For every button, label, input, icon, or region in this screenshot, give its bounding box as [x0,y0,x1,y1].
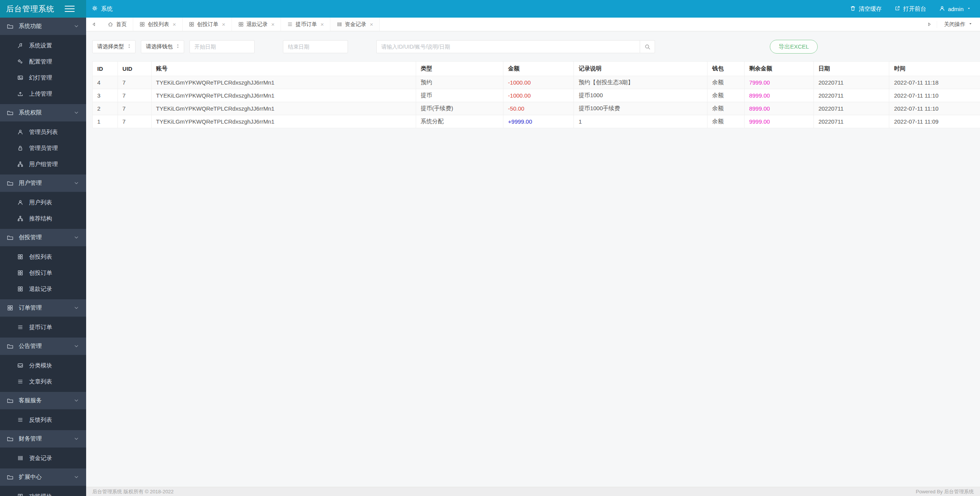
sidebar: 后台管理系统 系统功能系统设置配置管理幻灯管理上传管理系统权限管理员列表管理员管… [0,0,86,496]
sidebar-item-退款记录[interactable]: 退款记录 [0,281,86,297]
menu-group-header[interactable]: 财务管理 [0,430,86,448]
menu-group-header[interactable]: 客服服务 [0,392,86,410]
table-row: 37TYEKiLGmYPKWQReTPLCRdxszghJJ6rrMn1提币-1… [93,89,980,102]
user-menu[interactable]: admin [939,5,972,13]
sidebar-item-资金记录[interactable]: 资金记录 [0,450,86,466]
sidebar-item-label: 管理员管理 [29,145,58,152]
list-icon [17,379,23,385]
search-button[interactable] [640,40,655,53]
sidebar-item-管理员管理[interactable]: 管理员管理 [0,140,86,156]
tab-bar: 首页创投列表×创投订单×退款记录×提币订单×资金记录× 关闭操作 [86,18,980,31]
column-header-time: 时间 [889,62,980,76]
menu-group-header[interactable]: 创投管理 [0,229,86,246]
menu-group-header[interactable]: 订单管理 [0,299,86,317]
chevron-down-icon [74,398,79,403]
sidebar-item-label: 上传管理 [29,90,52,98]
menu-group: 扩展中心功能模块 [0,468,86,496]
grid-icon [17,254,23,260]
logo-bar: 后台管理系统 [0,0,86,18]
sidebar-item-反馈列表[interactable]: 反馈列表 [0,412,86,428]
breadcrumb-system[interactable]: 系统 [91,5,850,13]
sidebar-item-创投订单[interactable]: 创投订单 [0,265,86,281]
start-date-input[interactable] [189,40,255,53]
clear-cache-label: 清空缓存 [859,5,882,13]
close-tab-icon[interactable]: × [222,21,225,28]
menu-group-header[interactable]: 扩展中心 [0,468,86,486]
close-operations-dropdown[interactable]: 关闭操作 [937,21,980,28]
type-select[interactable]: 请选择类型 [92,40,136,53]
menu-group-label: 公告管理 [19,343,74,350]
table-body: 47TYEKiLGmYPKWQReTPLCRdxszghJJ6rrMn1预约-1… [93,76,980,128]
sidebar-item-推荐结构[interactable]: 推荐结构 [0,210,86,227]
cell-type: 系统分配 [416,115,503,128]
menu-group-header[interactable]: 用户管理 [0,175,86,192]
menu-group-header[interactable]: 系统权限 [0,104,86,122]
close-tab-icon[interactable]: × [271,21,275,28]
gears-icon [17,59,23,65]
open-frontend-button[interactable]: 打开前台 [895,5,926,13]
sidebar-item-功能模块[interactable]: 功能模块 [0,488,86,496]
main-area: 系统 清空缓存 打开前台 admin 首页创投列表×创 [86,0,980,496]
export-excel-button[interactable]: 导出EXCEL [770,40,818,54]
cell-account: TYEKiLGmYPKWQReTPLCRdxszghJJ6rrMn1 [151,76,416,89]
chevron-down-icon [74,474,79,480]
end-date-input[interactable] [283,40,348,53]
sidebar-item-上传管理[interactable]: 上传管理 [0,86,86,102]
username-label: admin [948,6,964,12]
gear-icon [91,5,98,11]
close-tab-icon[interactable]: × [320,21,324,28]
menu-group: 财务管理资金记录 [0,430,86,468]
table-row: 27TYEKiLGmYPKWQReTPLCRdxszghJJ6rrMn1提币(手… [93,102,980,115]
cell-time: 2022-07-11 11:10 [889,89,980,102]
sidebar-item-幻灯管理[interactable]: 幻灯管理 [0,70,86,86]
sidebar-item-分类模块[interactable]: 分类模块 [0,357,86,374]
scroll-tabs-right-button[interactable] [921,18,937,31]
cell-uid: 7 [118,76,151,89]
sidebar-item-label: 配置管理 [29,58,52,65]
menu-group-label: 系统功能 [19,23,74,30]
bars-icon [17,455,23,461]
tab-label: 退款记录 [247,21,268,28]
menu-group-label: 财务管理 [19,435,74,442]
caret-down-icon [966,6,972,12]
search-input[interactable] [376,40,640,53]
inbox-icon [17,362,23,369]
cell-account: TYEKiLGmYPKWQReTPLCRdxszghJJ6rrMn1 [151,102,416,115]
tab-创投列表[interactable]: 创投列表× [133,18,183,31]
sidebar-item-文章列表[interactable]: 文章列表 [0,374,86,390]
sidebar-item-系统设置[interactable]: 系统设置 [0,38,86,54]
external-link-icon [895,5,900,11]
cell-wallet: 余额 [707,115,745,128]
tab-退款记录[interactable]: 退款记录× [232,18,281,31]
sidebar-item-创投列表[interactable]: 创投列表 [0,249,86,265]
sidebar-item-配置管理[interactable]: 配置管理 [0,54,86,70]
menu-group-header[interactable]: 系统功能 [0,18,86,35]
tab-首页[interactable]: 首页 [101,18,133,31]
search-group [376,40,655,53]
open-frontend-label: 打开前台 [903,5,926,13]
sidebar-item-管理员列表[interactable]: 管理员列表 [0,124,86,140]
cell-amount: -1000.00 [503,76,574,89]
column-header-wallet: 钱包 [707,62,745,76]
cell-uid: 7 [118,115,151,128]
grid-icon [139,21,145,27]
clear-cache-button[interactable]: 清空缓存 [850,5,882,13]
type-select-value: 请选择类型 [97,43,124,50]
tab-提币订单[interactable]: 提币订单× [281,18,330,31]
column-header-id: ID [93,62,118,76]
tab-资金记录[interactable]: 资金记录× [330,18,380,31]
wallet-select[interactable]: 请选择钱包 [141,40,184,53]
tab-创投订单[interactable]: 创投订单× [183,18,232,31]
grid-icon [7,305,13,311]
sidebar-item-提币订单[interactable]: 提币订单 [0,319,86,335]
hamburger-menu-icon[interactable] [65,6,75,12]
sidebar-item-用户列表[interactable]: 用户列表 [0,194,86,210]
menu-group-header[interactable]: 公告管理 [0,338,86,355]
sidebar-item-label: 管理员列表 [29,129,58,136]
close-tab-icon[interactable]: × [370,21,373,28]
chevron-down-icon [74,343,79,349]
sidebar-item-用户组管理[interactable]: 用户组管理 [0,156,86,172]
scroll-tabs-left-button[interactable] [86,18,101,31]
tab-label: 资金记录 [345,21,366,28]
close-tab-icon[interactable]: × [173,21,176,28]
